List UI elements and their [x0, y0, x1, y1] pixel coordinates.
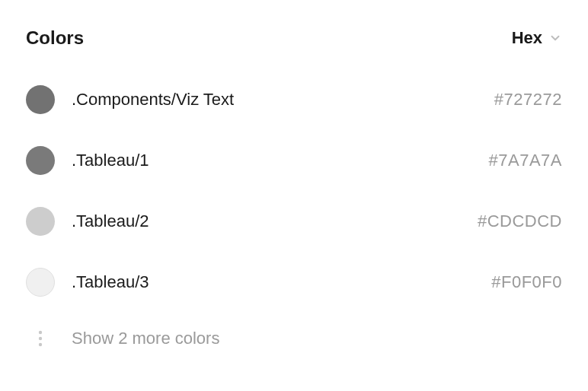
color-swatch	[26, 268, 55, 297]
color-swatch	[26, 207, 55, 236]
color-swatch	[26, 85, 55, 114]
more-dots-icon	[26, 329, 55, 348]
color-row[interactable]: .Components/Viz Text #727272	[26, 85, 562, 114]
format-selector[interactable]: Hex	[512, 28, 562, 48]
chevron-down-icon	[548, 31, 562, 45]
color-name: .Components/Viz Text	[72, 90, 478, 110]
color-value: #F0F0F0	[491, 272, 562, 292]
svg-point-1	[39, 337, 42, 340]
svg-point-2	[39, 343, 42, 346]
color-name: .Tableau/3	[72, 272, 475, 292]
color-row[interactable]: .Tableau/3 #F0F0F0	[26, 268, 562, 297]
color-name: .Tableau/2	[72, 211, 461, 231]
color-name: .Tableau/1	[72, 151, 472, 170]
color-value: #7A7A7A	[489, 151, 562, 170]
color-value: #CDCDCD	[478, 211, 562, 231]
color-swatch	[26, 146, 55, 175]
svg-point-0	[39, 331, 42, 334]
color-value: #727272	[494, 90, 562, 110]
show-more-label: Show 2 more colors	[72, 329, 219, 348]
format-label: Hex	[512, 28, 542, 48]
colors-header: Colors Hex	[26, 27, 562, 49]
color-row[interactable]: .Tableau/2 #CDCDCD	[26, 207, 562, 236]
color-row[interactable]: .Tableau/1 #7A7A7A	[26, 146, 562, 175]
color-list: .Components/Viz Text #727272 .Tableau/1 …	[26, 85, 562, 348]
show-more-button[interactable]: Show 2 more colors	[26, 329, 562, 348]
section-title: Colors	[26, 27, 84, 49]
